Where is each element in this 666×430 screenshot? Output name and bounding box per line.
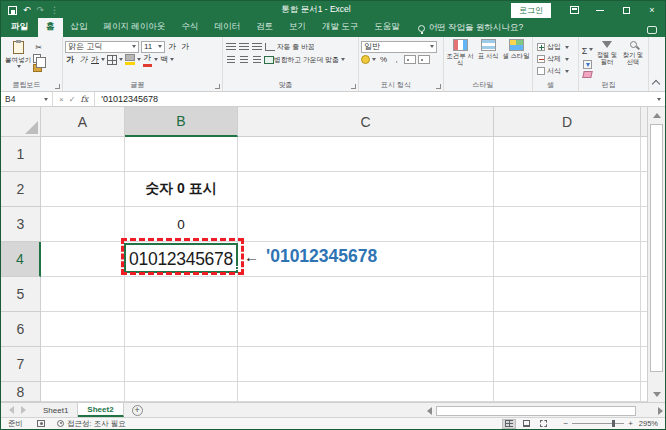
- cell-A4[interactable]: [41, 242, 125, 277]
- next-sheet-icon[interactable]: [21, 406, 26, 414]
- horizontal-scroll-thumb[interactable]: [436, 406, 636, 416]
- format-as-table-button[interactable]: 표 서식: [474, 39, 502, 79]
- cell-A3[interactable]: [41, 207, 125, 242]
- tab-formulas[interactable]: 수식: [173, 18, 206, 37]
- autosum-button[interactable]: Σ: [582, 40, 594, 58]
- sheet-tab-sheet2[interactable]: Sheet2: [78, 403, 123, 417]
- cell-D1[interactable]: [494, 137, 641, 172]
- maximize-button[interactable]: [613, 1, 639, 19]
- zoom-in-icon[interactable]: +: [628, 419, 633, 428]
- conditional-formatting-button[interactable]: 조건부 서식: [446, 39, 474, 79]
- macro-record-icon[interactable]: [37, 420, 45, 427]
- page-layout-view-icon[interactable]: [519, 419, 533, 429]
- cell-D7[interactable]: [494, 347, 641, 382]
- vertical-scroll-thumb[interactable]: [650, 124, 663, 372]
- vertical-scrollbar[interactable]: [647, 107, 665, 402]
- alignment-dialog-launcher-icon[interactable]: [351, 84, 356, 89]
- fill-icon[interactable]: [583, 60, 592, 69]
- bold-button[interactable]: 가: [65, 54, 76, 65]
- cell-D5[interactable]: [494, 277, 641, 312]
- zoom-slider[interactable]: − +: [563, 419, 632, 428]
- cell-D3[interactable]: [494, 207, 641, 242]
- collapse-ribbon-icon[interactable]: [652, 80, 660, 88]
- tab-view[interactable]: 보기: [281, 18, 314, 37]
- name-box[interactable]: B4: [1, 92, 53, 106]
- font-dialog-launcher-icon[interactable]: [215, 84, 220, 89]
- new-sheet-icon[interactable]: +: [132, 405, 143, 416]
- align-bottom-icon[interactable]: [251, 41, 262, 52]
- cell-D2[interactable]: [494, 172, 641, 207]
- sort-filter-button[interactable]: 정렬 및 필터: [594, 39, 620, 79]
- shrink-font-button[interactable]: 가: [180, 41, 191, 52]
- find-select-button[interactable]: 찾기 및 선택: [620, 39, 646, 79]
- select-all-corner[interactable]: [1, 107, 41, 137]
- cell-C6[interactable]: [238, 312, 494, 347]
- scroll-up-icon[interactable]: [648, 108, 665, 122]
- zoom-out-icon[interactable]: −: [563, 419, 568, 428]
- align-right-icon[interactable]: [251, 54, 262, 65]
- cell-B4-active[interactable]: 01012345678: [125, 242, 238, 277]
- tab-data[interactable]: 데이터: [206, 18, 248, 37]
- cell-C7[interactable]: [238, 347, 494, 382]
- close-button[interactable]: ×: [639, 1, 665, 19]
- cell-D4[interactable]: [494, 242, 641, 277]
- redo-icon[interactable]: ↷: [37, 6, 45, 15]
- row-header-5[interactable]: 5: [1, 277, 41, 312]
- grow-font-button[interactable]: 가: [167, 41, 178, 52]
- cell-B2[interactable]: 숫자 0 표시: [125, 172, 238, 207]
- row-header-4[interactable]: 4: [1, 242, 41, 277]
- prev-sheet-icon[interactable]: [9, 406, 14, 414]
- login-button[interactable]: 로그인: [511, 3, 551, 18]
- tab-insert[interactable]: 삽입: [63, 18, 96, 37]
- column-header-d[interactable]: D: [494, 107, 641, 137]
- customize-qat-icon[interactable]: ⋮: [50, 6, 59, 15]
- tab-page-layout[interactable]: 페이지 레이아웃: [96, 18, 174, 37]
- row-header-8[interactable]: 8: [1, 382, 41, 402]
- undo-icon[interactable]: ↶: [23, 6, 31, 15]
- insert-function-icon[interactable]: fx: [80, 94, 88, 104]
- tab-review[interactable]: 검토: [248, 18, 281, 37]
- cell-C5[interactable]: [238, 277, 494, 312]
- cell-A6[interactable]: [41, 312, 125, 347]
- italic-button[interactable]: 가: [78, 54, 89, 65]
- cell-C8[interactable]: [238, 382, 494, 402]
- zoom-slider-thumb[interactable]: [612, 420, 615, 427]
- cell-styles-button[interactable]: 셀 스타일: [502, 39, 530, 79]
- clear-icon[interactable]: [582, 71, 592, 78]
- align-center-icon[interactable]: [238, 54, 249, 65]
- wrap-text-button[interactable]: 자동 줄 바꿈: [277, 41, 315, 52]
- normal-view-icon[interactable]: [502, 419, 516, 429]
- font-color-button[interactable]: 가: [143, 54, 158, 65]
- borders-button[interactable]: [107, 54, 123, 65]
- page-break-view-icon[interactable]: [536, 419, 550, 429]
- tab-home[interactable]: 홈: [38, 18, 63, 37]
- cell-A1[interactable]: [41, 137, 125, 172]
- column-header-b[interactable]: B: [125, 107, 238, 137]
- zoom-level[interactable]: 295%: [639, 419, 665, 428]
- cut-icon[interactable]: ✂: [33, 42, 44, 53]
- tab-file[interactable]: 파일: [1, 18, 38, 37]
- tell-me-search[interactable]: 어떤 작업을 원하시나요?: [418, 22, 523, 37]
- cell-A2[interactable]: [41, 172, 125, 207]
- cell-C2[interactable]: [238, 172, 494, 207]
- font-size-select[interactable]: 11: [141, 41, 165, 53]
- number-dialog-launcher-icon[interactable]: [436, 84, 441, 89]
- increase-decimal-icon[interactable]: [404, 54, 416, 65]
- scroll-left-icon[interactable]: [427, 407, 432, 415]
- paste-button[interactable]: 붙여넣기: [3, 40, 33, 79]
- cell-D8[interactable]: [494, 382, 641, 402]
- orientation-icon[interactable]: [264, 41, 275, 52]
- horizontal-scrollbar[interactable]: [427, 405, 663, 416]
- comments-icon[interactable]: [647, 26, 657, 34]
- cell-A7[interactable]: [41, 347, 125, 382]
- row-header-3[interactable]: 3: [1, 207, 41, 242]
- cell-C3[interactable]: [238, 207, 494, 242]
- underline-button[interactable]: 가: [91, 54, 105, 65]
- align-middle-icon[interactable]: [238, 41, 249, 52]
- scroll-down-icon[interactable]: [648, 387, 665, 401]
- cancel-icon[interactable]: ×: [59, 95, 64, 104]
- cell-D6[interactable]: [494, 312, 641, 347]
- cell-B8[interactable]: [125, 382, 238, 402]
- fill-color-button[interactable]: [125, 54, 141, 65]
- decrease-decimal-icon[interactable]: [418, 54, 430, 65]
